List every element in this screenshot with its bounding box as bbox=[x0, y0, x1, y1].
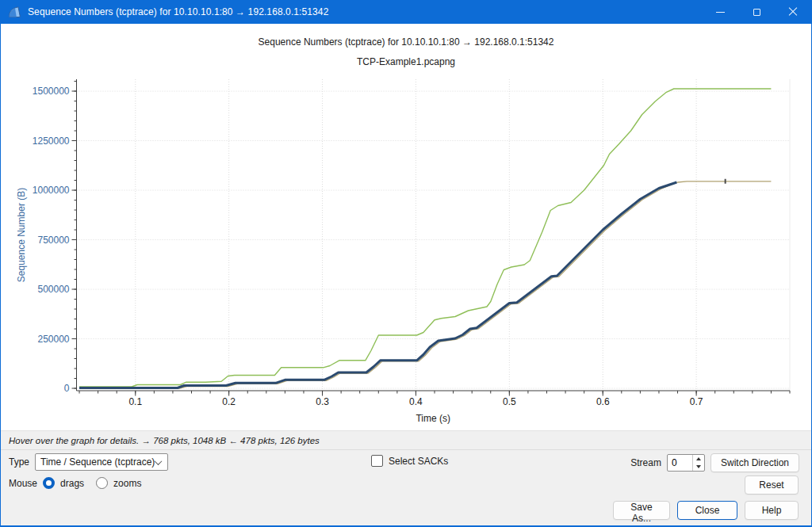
mouse-drags-radio[interactable] bbox=[43, 477, 55, 489]
wireshark-fin-icon bbox=[8, 6, 21, 19]
close-icon bbox=[788, 7, 798, 17]
chart-area: Sequence Numbers (tcptrace) for 10.10.10… bbox=[1, 24, 811, 430]
chevron-down-icon bbox=[155, 457, 163, 465]
series-ack-line bbox=[79, 181, 771, 388]
stream-group: Stream Switch Direction bbox=[630, 453, 799, 472]
tcptrace-graph-window: Sequence Numbers (tcptrace) for 10.10.10… bbox=[0, 0, 812, 527]
window-controls bbox=[702, 0, 811, 24]
graph-type-dropdown[interactable]: Time / Sequence (tcptrace) bbox=[35, 453, 168, 471]
mouse-zooms-label: zooms bbox=[113, 478, 141, 489]
select-sacks-checkbox[interactable] bbox=[371, 455, 383, 467]
svg-text:0.1: 0.1 bbox=[128, 396, 142, 407]
triangle-down-icon bbox=[696, 465, 701, 468]
svg-text:Time (s): Time (s) bbox=[416, 413, 450, 424]
svg-text:0.5: 0.5 bbox=[503, 396, 516, 407]
controls-panel: Hover over the graph for details. → 768 … bbox=[1, 430, 811, 525]
mouse-group: Mouse drags zooms bbox=[9, 477, 141, 489]
reset-wrap: Reset bbox=[745, 475, 799, 495]
mouse-label: Mouse bbox=[9, 478, 37, 489]
select-sacks-label: Select SACKs bbox=[389, 456, 448, 467]
svg-text:0.2: 0.2 bbox=[222, 396, 236, 407]
stream-spinbox bbox=[667, 454, 705, 472]
dialog-button-row: Save As... Close Help bbox=[1, 498, 811, 520]
svg-text:1500000: 1500000 bbox=[33, 86, 70, 97]
stream-spin-arrows bbox=[692, 455, 704, 471]
tcptrace-plot[interactable]: 0.10.20.30.40.50.60.70250000500000750000… bbox=[1, 75, 812, 430]
minimize-button[interactable] bbox=[702, 0, 738, 24]
titlebar: Sequence Numbers (tcptrace) for 10.10.10… bbox=[1, 0, 811, 24]
mouse-zooms-radio[interactable] bbox=[96, 477, 108, 489]
svg-text:0.7: 0.7 bbox=[690, 396, 703, 407]
stream-label: Stream bbox=[630, 457, 661, 468]
save-as-button[interactable]: Save As... bbox=[613, 501, 670, 520]
controls-row-2: Mouse drags zooms Reset bbox=[1, 474, 811, 498]
controls-row-1: Type Time / Sequence (tcptrace) Select S… bbox=[1, 450, 811, 474]
triangle-up-icon bbox=[696, 457, 701, 460]
svg-text:Sequence Number (B): Sequence Number (B) bbox=[16, 188, 27, 282]
svg-text:500000: 500000 bbox=[37, 284, 69, 295]
svg-text:1000000: 1000000 bbox=[33, 185, 70, 196]
chart-subtitle: TCP-Example1.pcapng bbox=[1, 56, 811, 67]
switch-direction-button[interactable]: Switch Direction bbox=[710, 453, 799, 472]
close-button[interactable] bbox=[775, 0, 811, 24]
svg-text:0.3: 0.3 bbox=[316, 396, 329, 407]
hover-hint-text: Hover over the graph for details. → 768 … bbox=[1, 431, 811, 450]
stream-decrement-button[interactable] bbox=[693, 463, 704, 471]
close-dialog-button[interactable]: Close bbox=[677, 501, 737, 520]
graph-type-value: Time / Sequence (tcptrace) bbox=[40, 456, 155, 468]
type-label: Type bbox=[9, 456, 29, 468]
maximize-icon bbox=[753, 9, 760, 16]
window-title: Sequence Numbers (tcptrace) for 10.10.10… bbox=[28, 6, 328, 17]
stream-increment-button[interactable] bbox=[693, 455, 704, 463]
minimize-icon bbox=[716, 12, 725, 13]
sacks-group: Select SACKs bbox=[371, 455, 448, 467]
reset-button[interactable]: Reset bbox=[745, 475, 799, 495]
svg-text:750000: 750000 bbox=[37, 235, 69, 246]
series-receive-window bbox=[79, 89, 771, 387]
series-tcp-segments bbox=[79, 182, 676, 388]
svg-text:0: 0 bbox=[64, 383, 70, 394]
help-button[interactable]: Help bbox=[745, 501, 799, 520]
maximize-button[interactable] bbox=[738, 0, 775, 24]
svg-text:0.4: 0.4 bbox=[409, 396, 423, 407]
svg-text:250000: 250000 bbox=[37, 334, 69, 345]
stream-input[interactable] bbox=[668, 455, 692, 471]
svg-text:0.6: 0.6 bbox=[596, 396, 610, 407]
type-group: Type Time / Sequence (tcptrace) bbox=[9, 453, 168, 471]
svg-text:1250000: 1250000 bbox=[33, 136, 70, 147]
mouse-drags-label: drags bbox=[60, 478, 84, 489]
chart-title: Sequence Numbers (tcptrace) for 10.10.10… bbox=[1, 36, 811, 48]
